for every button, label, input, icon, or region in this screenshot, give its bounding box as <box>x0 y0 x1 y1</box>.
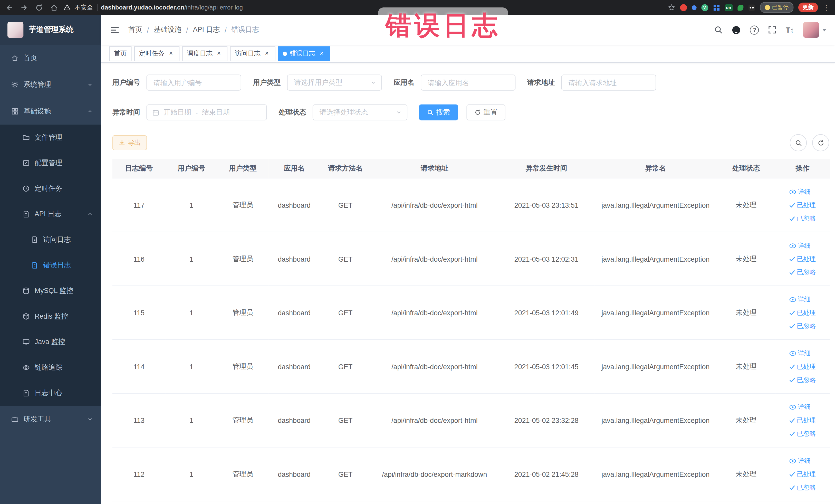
detail-link[interactable]: 详细 <box>789 293 811 305</box>
security-label: 不安全 <box>75 3 93 11</box>
sidebar-item-scheduled-jobs[interactable]: 定时任务 <box>0 176 101 202</box>
mark-ignored-link[interactable]: 已忽略 <box>789 427 816 440</box>
search-button[interactable]: 搜索 <box>419 104 458 120</box>
mark-ignored-link[interactable]: 已忽略 <box>789 266 816 278</box>
detail-link[interactable]: 详细 <box>789 401 811 413</box>
user-type-select[interactable]: 请选择用户类型 <box>287 75 382 90</box>
detail-link[interactable]: 详细 <box>789 186 811 198</box>
mark-processed-link[interactable]: 已处理 <box>789 468 816 480</box>
close-icon[interactable]: × <box>167 50 175 57</box>
annotation-overlay: 错误日志 <box>378 7 508 44</box>
sidebar-item-access-log[interactable]: 访问日志 <box>0 227 101 253</box>
check-icon <box>789 202 795 208</box>
extension-icon-on[interactable]: on <box>725 4 733 11</box>
address-bar[interactable]: 不安全 dashboard.yudao.iocoder.cn/infra/log… <box>63 3 662 11</box>
process-status-select[interactable]: 请选择处理状态 <box>313 104 407 120</box>
reset-button[interactable]: 重置 <box>466 104 505 120</box>
search-icon[interactable] <box>714 26 723 34</box>
sidebar-item-log-center[interactable]: 日志中心 <box>0 380 101 406</box>
sidebar-item-infrastructure[interactable]: 基础设施 <box>0 98 101 125</box>
extension-icon-vue[interactable]: V <box>701 4 708 11</box>
mark-ignored-link[interactable]: 已忽略 <box>789 320 816 332</box>
sidebar-item-home[interactable]: 首页 <box>0 45 101 72</box>
toggle-search-button[interactable] <box>790 134 807 151</box>
detail-link[interactable]: 详细 <box>789 347 811 360</box>
extension-icon-2[interactable] <box>692 5 696 10</box>
eye-icon <box>789 404 796 410</box>
tab-home[interactable]: 首页 <box>109 46 131 61</box>
app-logo[interactable]: 芋道管理系统 <box>0 15 101 45</box>
sidebar-item-tracing[interactable]: 链路追踪 <box>0 355 101 381</box>
app-name-input[interactable] <box>421 75 515 90</box>
close-icon[interactable]: × <box>263 50 270 57</box>
close-icon[interactable]: × <box>215 50 223 57</box>
sidebar-item-redis-monitor[interactable]: Redis 监控 <box>0 304 101 329</box>
extension-icon-leaf[interactable] <box>737 5 743 11</box>
bookmark-star-icon[interactable] <box>668 4 675 11</box>
sidebar-item-java-monitor[interactable]: Java 监控 <box>0 329 101 355</box>
mark-processed-link[interactable]: 已处理 <box>789 199 816 211</box>
col-exception-name: 异常名 <box>594 159 717 178</box>
cell-log-id: 112 <box>113 447 166 501</box>
font-size-icon[interactable]: T↕ <box>786 26 794 34</box>
cell-status: 未处理 <box>717 447 775 501</box>
home-icon[interactable] <box>50 3 58 11</box>
update-button[interactable]: 更新 <box>798 3 818 12</box>
user-id-input[interactable] <box>147 75 241 90</box>
back-icon[interactable] <box>5 3 13 11</box>
help-icon[interactable]: ? <box>750 25 759 35</box>
breadcrumb-item[interactable]: 首页 <box>128 25 142 35</box>
breadcrumb-item[interactable]: API 日志 <box>193 25 220 35</box>
sidebar-item-dev-tools[interactable]: 研发工具 <box>0 406 101 432</box>
hamburger-icon[interactable] <box>109 25 120 35</box>
mark-ignored-link[interactable]: 已忽略 <box>789 374 816 386</box>
mark-processed-link[interactable]: 已处理 <box>789 361 816 373</box>
browser-menu-icon[interactable]: ⋮ <box>823 4 830 11</box>
app-name-label: 应用名 <box>393 78 414 87</box>
table-header-row: 日志编号 用户编号 用户类型 应用名 请求方法名 请求地址 异常发生时间 异常名… <box>113 159 830 178</box>
extension-icon-monkey[interactable] <box>748 4 755 11</box>
mark-processed-link[interactable]: 已处理 <box>789 306 816 319</box>
screen: 不安全 dashboard.yudao.iocoder.cn/infra/log… <box>0 0 835 504</box>
sidebar-item-file-mgmt[interactable]: 文件管理 <box>0 124 101 150</box>
paused-badge[interactable]: 已暂停 <box>760 2 794 13</box>
extension-icon-grid[interactable] <box>713 4 720 11</box>
sidebar-item-system-mgmt[interactable]: 系统管理 <box>0 72 101 98</box>
reload-icon[interactable] <box>35 3 43 11</box>
mark-ignored-link[interactable]: 已忽略 <box>789 212 816 225</box>
user-menu[interactable] <box>803 22 827 38</box>
mark-ignored-link[interactable]: 已忽略 <box>789 481 816 493</box>
sidebar-item-api-logs[interactable]: API 日志 <box>0 201 101 227</box>
export-button[interactable]: 导出 <box>113 135 147 150</box>
table-body: 117 1 管理员 dashboard GET /api/infra/db-do… <box>113 178 830 501</box>
request-url-input[interactable] <box>562 75 656 90</box>
breadcrumb-item[interactable]: 基础设施 <box>154 25 182 35</box>
sidebar-item-mysql-monitor[interactable]: MySQL 监控 <box>0 278 101 304</box>
cell-exception-time: 2021-05-03 23:13:51 <box>498 178 594 232</box>
close-icon[interactable]: × <box>318 50 325 57</box>
github-icon[interactable] <box>732 25 741 35</box>
fullscreen-icon[interactable] <box>768 26 777 34</box>
extension-icon-1[interactable] <box>680 4 687 11</box>
page-url[interactable]: dashboard.yudao.iocoder.cn/infra/log/api… <box>101 4 243 11</box>
cell-method: GET <box>320 232 371 286</box>
tab-error-log[interactable]: 错误日志× <box>278 46 330 61</box>
cell-log-id: 117 <box>113 178 166 232</box>
detail-link[interactable]: 详细 <box>789 240 811 252</box>
sidebar-item-error-log[interactable]: 错误日志 <box>0 253 101 278</box>
sidebar-item-config-mgmt[interactable]: 配置管理 <box>0 150 101 176</box>
page-content: 用户编号 用户类型 请选择用户类型 应用名 <box>101 63 835 504</box>
cell-user-type: 管理员 <box>217 178 268 232</box>
tab-dispatch-log[interactable]: 调度日志× <box>182 46 227 61</box>
detail-link[interactable]: 详细 <box>789 455 811 467</box>
tab-scheduled-jobs[interactable]: 定时任务× <box>134 46 179 61</box>
date-range-picker[interactable]: 开始日期 - 结束日期 <box>147 104 267 120</box>
request-url-label: 请求地址 <box>527 78 555 87</box>
mark-processed-link[interactable]: 已处理 <box>789 253 816 265</box>
tab-access-log[interactable]: 访问日志× <box>230 46 275 61</box>
mark-processed-link[interactable]: 已处理 <box>789 414 816 426</box>
chevron-up-icon <box>87 211 93 217</box>
cell-user-id: 1 <box>166 178 217 232</box>
refresh-table-button[interactable] <box>812 134 829 151</box>
forward-icon[interactable] <box>20 3 28 11</box>
